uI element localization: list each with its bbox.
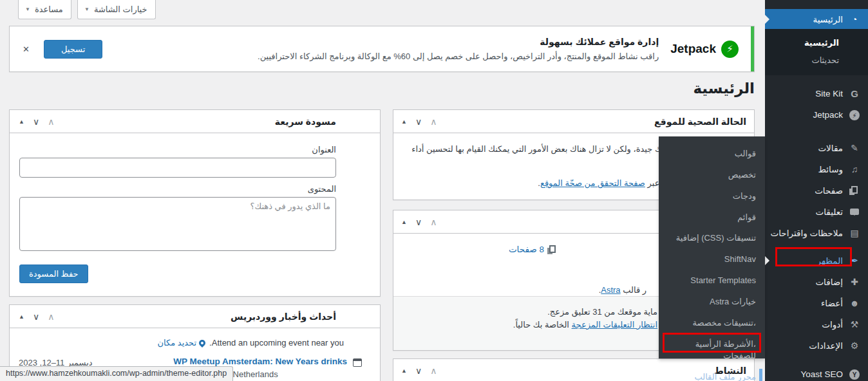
astra-theme-link[interactable]: Astra <box>601 285 620 295</box>
quick-draft-header[interactable]: مسودة سريعة ▲ ∨ ∧ <box>10 110 380 133</box>
screen-options-tab[interactable]: خيارات الشاشة ▼ <box>77 0 156 19</box>
flyout-item-additional-css[interactable]: تنسيقات (CSS) إضافية <box>659 228 765 249</box>
move-up-icon[interactable]: ∧ <box>430 116 437 127</box>
sidebar-item-posts[interactable]: ✎ مقالات <box>765 137 868 158</box>
save-draft-button[interactable]: حفظ المسودة <box>19 265 88 283</box>
akismet-text: ماية موقعك من 31 تعليق مزعج. انتظار التع… <box>513 306 657 331</box>
flyout-item-menus[interactable]: قوائم <box>659 207 765 228</box>
signup-button[interactable]: تسجيل <box>44 40 102 59</box>
submenu-item-home[interactable]: الرئيسية <box>765 34 868 51</box>
collapse-toggle-icon[interactable]: ▲ <box>19 118 24 125</box>
flyout-item-page-headers[interactable]: ،الأشرطة الرأسية للصفحات <box>659 334 765 367</box>
flyout-item-customize[interactable]: تخصيص <box>659 165 765 186</box>
current-item-notch <box>765 15 774 24</box>
sidebar-item-users[interactable]: ☻ أعضاء <box>765 292 868 313</box>
screen-options-tab-label: خيارات الشاشة <box>94 5 147 14</box>
widget-controls: ▲ ∨ ∧ <box>19 116 54 127</box>
site-health-title: الحالة الصحية للموقع <box>437 116 746 127</box>
sidebar-item-label: وسائط <box>818 164 843 174</box>
sidebar-item-comments[interactable]: تعليقات <box>765 201 868 222</box>
spam-queue-link[interactable]: انتظار التعليقات المزعجة <box>572 320 657 330</box>
flyout-item-themes[interactable]: قوالب <box>659 144 765 165</box>
sidebar-item-yoast-seo[interactable]: Y Yoast SEO <box>765 364 868 381</box>
events-intro-text: Attend an upcoming event near you. <box>209 338 344 348</box>
move-up-icon[interactable]: ∧ <box>48 311 54 322</box>
quick-draft-widget: مسودة سريعة ▲ ∨ ∧ العنوان المحتوى حفظ ال… <box>9 109 381 297</box>
collapse-toggle-icon[interactable]: ▲ <box>19 313 24 320</box>
draft-title-input[interactable] <box>19 158 336 178</box>
sidebar-item-label: الإعدادات <box>809 340 843 351</box>
widget-controls: ▲ ∨ ∧ <box>401 116 437 127</box>
sidebar-item-label: تعليقات <box>816 207 843 217</box>
dashboard-submenu: الرئيسية تحديثات <box>765 29 868 75</box>
jetpack-icon: ⚡ <box>721 41 739 58</box>
move-down-icon[interactable]: ∨ <box>415 217 422 227</box>
draft-actions: حفظ المسودة <box>19 265 336 283</box>
draft-title-label: العنوان <box>19 145 336 154</box>
collapse-toggle-icon[interactable]: ▲ <box>401 219 407 225</box>
site-health-page-link[interactable]: صفحة التحقق من صحّة الموقع <box>540 178 645 188</box>
sidebar-item-pages[interactable]: صفحات <box>765 180 868 201</box>
events-news-header[interactable]: أحداث وأخبار ووردبريس ▲ ∨ ∧ <box>10 305 380 328</box>
flyout-item-theme-file-editor[interactable]: محرر ملف القالب <box>659 367 765 381</box>
move-up-icon[interactable]: ∧ <box>430 366 437 376</box>
collapse-toggle-icon[interactable]: ▲ <box>401 367 407 374</box>
collapse-toggle-icon[interactable]: ▲ <box>401 118 407 125</box>
sidebar-item-tools[interactable]: ⚒ أدوات <box>765 313 868 335</box>
events-intro: Attend an upcoming event near you.تحديد … <box>10 328 380 353</box>
flyout-item-astra-options[interactable]: خيارات Astra <box>659 292 765 313</box>
dashboard-icon: ◔ <box>847 14 862 24</box>
banner-title: إدارة مواقع عملائك بسهولة <box>258 37 659 47</box>
sidebar-item-label: Site Kit <box>815 89 843 98</box>
flyout-item-custom-layouts[interactable]: ،تنسيقات مخصصة <box>659 313 765 334</box>
move-up-icon[interactable]: ∧ <box>430 217 437 227</box>
sidebar-item-media[interactable]: ♫ وسائط <box>765 158 868 180</box>
feedback-form-icon: ▤ <box>847 228 862 238</box>
select-location-link[interactable]: تحديد مكان <box>158 338 197 348</box>
sidebar-item-appearance[interactable]: ✒ المظهر <box>765 250 868 271</box>
sidebar-item-feedback[interactable]: ▤ ملاحظات واقتراحات <box>765 222 868 243</box>
sidebar-item-site-kit[interactable]: G Site Kit <box>765 83 868 104</box>
sidebar-item-settings[interactable]: ⚙ الإعدادات <box>765 335 868 356</box>
appearance-flyout-menu: قوالب تخصيص ودجات قوائم تنسيقات (CSS) إض… <box>659 136 765 358</box>
jetpack-icon: ⚡ <box>847 109 862 121</box>
banner-text: إدارة مواقع عملائك بسهولة راقب نشاط المو… <box>258 37 659 61</box>
flyout-item-starter-templates[interactable]: Starter Templates <box>659 270 765 292</box>
submenu-item-updates[interactable]: تحديثات <box>765 51 868 69</box>
close-icon[interactable]: ✕ <box>23 44 30 54</box>
akismet-line2-suffix: الخاصة بك حالياً. <box>513 320 572 330</box>
pages-count-label: 8 صفحات <box>509 244 544 254</box>
calendar-icon <box>353 358 362 367</box>
help-tab[interactable]: مساعدة ▼ <box>18 0 71 19</box>
status-bar-url: https://www.hamzehkoumakli.com/wp-admin/… <box>0 366 233 381</box>
theme-text-fragment: ر قالب <box>621 285 646 295</box>
flyout-item-widgets[interactable]: ودجات <box>659 186 765 207</box>
flyout-item-shiftnav[interactable]: ShiftNav <box>659 249 765 270</box>
sidebar-item-jetpack[interactable]: ⚡ Jetpack <box>765 104 868 125</box>
sidebar-item-label: مقالات <box>818 143 843 153</box>
pushpin-icon: ✎ <box>847 143 862 153</box>
sidebar-item-label: الرئيسية <box>813 14 844 24</box>
move-down-icon[interactable]: ∨ <box>415 366 422 376</box>
quick-draft-body: العنوان المحتوى حفظ المسودة <box>10 133 380 292</box>
user-icon: ☻ <box>847 298 862 308</box>
help-tab-label: مساعدة <box>35 5 63 14</box>
comment-bubble-icon <box>847 207 862 217</box>
events-news-title: أحداث وأخبار ووردبريس <box>54 311 336 322</box>
site-health-header[interactable]: الحالة الصحية للموقع ▲ ∨ ∧ <box>393 110 754 133</box>
pages-count-link[interactable]: 8 صفحات <box>509 244 556 254</box>
event-title-link[interactable]: WP Meetup Amsterdam: New Years drinks <box>173 357 347 366</box>
theme-file-editor-label: محرر ملف القالب <box>694 372 756 381</box>
draft-content-textarea[interactable] <box>19 197 336 251</box>
sidebar-item-label: أعضاء <box>821 298 843 308</box>
move-down-icon[interactable]: ∨ <box>33 116 39 127</box>
move-down-icon[interactable]: ∨ <box>415 116 422 127</box>
draft-content-label: المحتوى <box>19 184 336 194</box>
move-down-icon[interactable]: ∨ <box>33 311 39 322</box>
sidebar-item-plugins[interactable]: ✚ إضافات <box>765 271 868 292</box>
quick-draft-title: مسودة سريعة <box>54 116 336 127</box>
sidebar-item-dashboard[interactable]: ◔ الرئيسية <box>765 9 868 29</box>
page-title: الرئيسية <box>693 80 755 97</box>
banner-subtitle: راقب نشاط الموقع والمنتج، وأدر التراخيص،… <box>258 51 659 61</box>
move-up-icon[interactable]: ∧ <box>48 116 54 127</box>
